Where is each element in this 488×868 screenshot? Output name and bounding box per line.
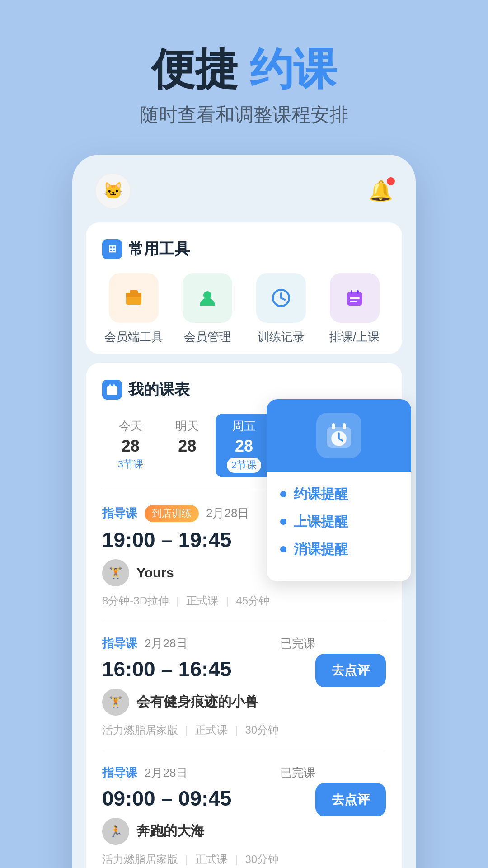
title-part1: 便捷 (151, 45, 238, 93)
tool-training[interactable]: 训练记录 (249, 273, 312, 345)
detail-type-2a: 活力燃脂居家版 (102, 852, 178, 867)
popup-calendar-icon (316, 413, 361, 458)
course-time-1: 16:00 – 16:45 (102, 657, 315, 681)
course-row-2: 指导课 2月28日 已完课 09:00 – 09:45 🏃 奔跑的大海 活力燃脂… (102, 765, 386, 867)
course-trainer-1: 🏋️ 会有健身痕迹的小兽 (102, 689, 315, 716)
trainer-avatar-0: 🏋️ (102, 559, 129, 586)
lesson-count-0: 3节课 (102, 458, 159, 471)
tool-member-mgmt[interactable]: 会员管理 (176, 273, 239, 345)
detail-type-1a: 活力燃脂居家版 (102, 723, 178, 737)
detail-duration-2: 30分钟 (245, 852, 279, 867)
week-tab-0[interactable]: 今天 28 3节课 (102, 414, 159, 477)
review-button-2[interactable]: 去点评 (315, 783, 386, 816)
popup-header (267, 399, 411, 472)
phone-wrapper: 🐱 🔔 ⊞ 常用工具 (0, 155, 488, 868)
svg-rect-14 (332, 423, 335, 429)
course-left-1: 指导课 2月28日 已完课 16:00 – 16:45 🏋️ 会有健身痕迹的小兽… (102, 636, 315, 737)
review-button-1[interactable]: 去点评 (315, 654, 386, 687)
svg-rect-9 (350, 301, 357, 302)
reminder-popup: 约课提醒 上课提醒 消课提醒 (267, 399, 411, 581)
tag-guide-1: 指导课 (102, 636, 137, 651)
trainer-avatar-1: 🏋️ (102, 689, 129, 716)
tag-guide-2: 指导课 (102, 765, 137, 781)
schedule-section-icon (102, 380, 122, 400)
tool-icon-training (256, 273, 306, 323)
svg-rect-7 (357, 290, 359, 294)
day-name-2: 周五 (216, 418, 272, 434)
tool-icon-member (109, 273, 159, 323)
course-tags-2: 指导课 2月28日 已完课 (102, 765, 315, 781)
day-num-1: 28 (159, 437, 216, 456)
header-section: 便捷 约课 随时查看和调整课程安排 (0, 0, 488, 155)
phone-screen: 🐱 🔔 ⊞ 常用工具 (72, 155, 416, 868)
svg-rect-11 (109, 384, 111, 388)
tag-store-0: 到店训练 (145, 505, 199, 522)
notification-bell[interactable]: 🔔 (368, 179, 393, 203)
popup-item-1: 上课提醒 (280, 513, 398, 531)
course-details-2: 活力燃脂居家版 | 正式课 | 30分钟 (102, 852, 315, 867)
tools-card: ⊞ 常用工具 会员端工具 (86, 222, 402, 354)
tag-completed-1: 已完课 (280, 636, 315, 651)
week-tab-2[interactable]: 周五 28 2节课 (216, 414, 272, 477)
trainer-name-1: 会有健身痕迹的小兽 (136, 693, 258, 711)
tag-completed-2: 已完课 (280, 765, 315, 781)
week-tab-1[interactable]: 明天 28 (159, 414, 216, 477)
day-name-0: 今天 (102, 418, 159, 434)
popup-dot-2 (280, 546, 286, 552)
schedule-section-title: 我的课表 (102, 379, 386, 400)
tool-icon-schedule (330, 273, 380, 323)
detail-duration-1: 30分钟 (245, 723, 279, 737)
course-row-1: 指导课 2月28日 已完课 16:00 – 16:45 🏋️ 会有健身痕迹的小兽… (102, 636, 386, 737)
schedule-card: 我的课表 今天 28 3节课 明天 28 周五 28 2节课 (86, 363, 402, 868)
svg-rect-15 (343, 423, 346, 429)
tag-date-2: 2月28日 (145, 765, 188, 781)
svg-rect-12 (113, 384, 115, 388)
detail-type-2b: 正式课 (195, 852, 228, 867)
course-left-2: 指导课 2月28日 已完课 09:00 – 09:45 🏃 奔跑的大海 活力燃脂… (102, 765, 315, 867)
popup-item-2: 消课提醒 (280, 540, 398, 559)
detail-duration: 45分钟 (236, 594, 270, 608)
tool-label-mgmt: 会员管理 (184, 329, 231, 345)
lesson-count-2: 2节课 (227, 458, 261, 473)
tools-section-icon: ⊞ (102, 239, 122, 259)
svg-rect-6 (351, 290, 352, 294)
course-details-0: 8分钟-3D拉伸 | 正式课 | 45分钟 (102, 594, 386, 608)
tool-label-member: 会员端工具 (104, 329, 163, 345)
course-item-2: 指导课 2月28日 已完课 09:00 – 09:45 🏃 奔跑的大海 活力燃脂… (102, 751, 386, 868)
tool-member-tool[interactable]: 会员端工具 (102, 273, 165, 345)
trainer-name-2: 奔跑的大海 (136, 822, 204, 840)
trainer-name-0: Yours (136, 565, 174, 580)
course-time-2: 09:00 – 09:45 (102, 786, 315, 811)
course-item-1: 指导课 2月28日 已完课 16:00 – 16:45 🏋️ 会有健身痕迹的小兽… (102, 622, 386, 751)
svg-rect-8 (350, 297, 360, 299)
tool-label-training: 训练记录 (258, 329, 305, 345)
svg-rect-2 (126, 293, 141, 297)
tag-date-0: 2月28日 (206, 505, 249, 521)
tool-icon-mgmt (183, 273, 232, 323)
day-num-0: 28 (102, 437, 159, 456)
popup-item-0: 约课提醒 (280, 485, 398, 504)
detail-stretch: 8分钟-3D拉伸 (102, 594, 169, 608)
popup-dot-1 (280, 519, 286, 525)
main-title: 便捷 约课 (27, 45, 461, 93)
tools-grid: 会员端工具 会员管理 (102, 273, 386, 345)
course-details-1: 活力燃脂居家版 | 正式课 | 30分钟 (102, 723, 315, 737)
popup-dot-0 (280, 491, 286, 497)
title-part2: 约课 (250, 45, 337, 93)
tools-section-title: ⊞ 常用工具 (102, 239, 386, 259)
trainer-avatar-2: 🏃 (102, 818, 129, 845)
main-subtitle: 随时查看和调整课程安排 (27, 102, 461, 127)
day-num-2: 28 (216, 437, 272, 456)
tag-date-1: 2月28日 (145, 636, 188, 651)
tag-guide-0: 指导课 (102, 505, 137, 521)
popup-body: 约课提醒 上课提醒 消课提醒 (267, 472, 411, 581)
tool-schedule[interactable]: 排课/上课 (323, 273, 386, 345)
detail-type-1b: 正式课 (195, 723, 228, 737)
phone-topbar: 🐱 🔔 (86, 173, 402, 222)
avatar: 🐱 (95, 173, 131, 209)
day-name-1: 明天 (159, 418, 216, 434)
detail-type: 正式课 (186, 594, 219, 608)
tool-label-schedule: 排课/上课 (329, 329, 380, 345)
course-tags-1: 指导课 2月28日 已完课 (102, 636, 315, 651)
course-trainer-2: 🏃 奔跑的大海 (102, 818, 315, 845)
